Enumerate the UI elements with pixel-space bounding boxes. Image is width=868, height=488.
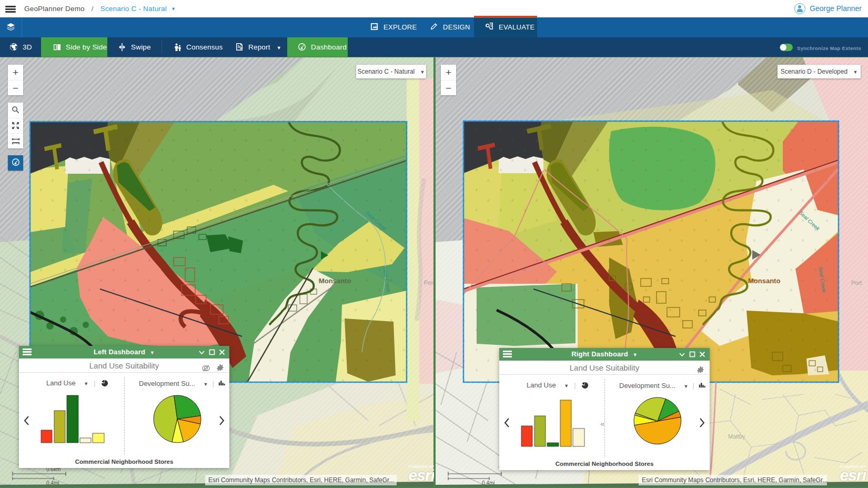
svg-text:0.4mi: 0.4mi [482,480,494,486]
svg-text:Monsanto: Monsanto [319,277,351,285]
svg-text:0.4mi: 0.4mi [46,480,59,486]
svg-text:Monsanto: Monsanto [748,277,780,285]
